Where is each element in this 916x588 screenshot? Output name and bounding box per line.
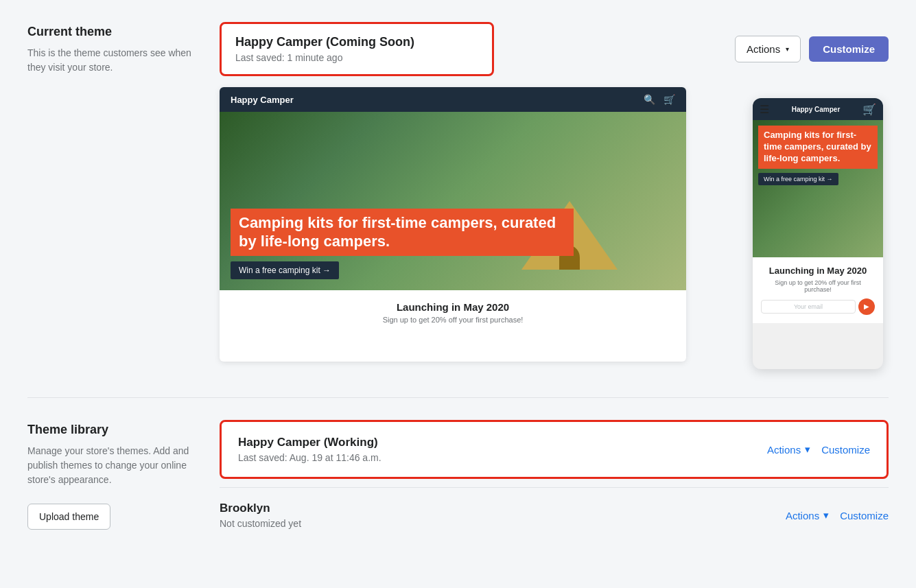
hero-text-badge: Camping kits for first-time campers, cur… xyxy=(231,209,574,256)
current-theme-info: Current theme This is the theme customer… xyxy=(27,22,220,375)
preview-nav-icons: 🔍 🛒 xyxy=(644,94,675,105)
theme-brooklyn-actions: Actions ▾ Customize xyxy=(786,509,889,521)
theme-library-title: Theme library xyxy=(27,423,198,437)
page-container: Current theme This is the theme customer… xyxy=(0,0,916,565)
preview-footer: Launching in May 2020 Sign up to get 20%… xyxy=(220,290,686,335)
upload-theme-button[interactable]: Upload theme xyxy=(27,504,110,530)
current-theme-content: Happy Camper (Coming Soon) Last saved: 1… xyxy=(220,22,889,375)
theme-library-description: Manage your store's themes. Add and publ… xyxy=(27,444,198,487)
theme-brooklyn-saved: Not customized yet xyxy=(220,518,301,529)
theme-library-item-brooklyn: Brooklyn Not customized yet Actions ▾ Cu… xyxy=(220,487,889,543)
actions-chevron-icon: ▾ xyxy=(786,45,789,53)
theme-brooklyn-name: Brooklyn xyxy=(220,502,301,515)
theme-brooklyn-actions-button[interactable]: Actions ▾ xyxy=(786,509,829,521)
theme-brooklyn-actions-label: Actions xyxy=(786,510,819,521)
preview-nav: Happy Camper 🔍 🛒 xyxy=(220,87,686,112)
theme-working-chevron-icon: ▾ xyxy=(805,443,810,456)
current-theme-actions-button[interactable]: Actions ▾ xyxy=(735,36,801,62)
mobile-email-input[interactable]: Your email xyxy=(761,300,856,314)
theme-brooklyn-customize-button[interactable]: Customize xyxy=(840,510,889,521)
theme-working-info: Happy Camper (Working) Last saved: Aug. … xyxy=(238,436,381,463)
mobile-preview: ☰ Happy Camper 🛒 Camping kits for first-… xyxy=(753,98,883,369)
theme-working-actions-button[interactable]: Actions ▾ xyxy=(767,443,810,456)
mobile-hero-overlay: Camping kits for first-time campers, cur… xyxy=(753,120,883,257)
preview-footer-title: Launching in May 2020 xyxy=(231,301,675,313)
library-themes-content: Happy Camper (Working) Last saved: Aug. … xyxy=(220,420,889,543)
mobile-hamburger-icon: ☰ xyxy=(760,103,769,116)
preview-nav-brand: Happy Camper xyxy=(231,95,294,105)
mobile-nav-brand: Happy Camper xyxy=(792,106,841,113)
theme-header-row: Happy Camper (Coming Soon) Last saved: 1… xyxy=(220,22,889,76)
mobile-footer-title: Launching in May 2020 xyxy=(761,266,875,277)
preview-hero-overlay: Camping kits for first-time campers, cur… xyxy=(220,198,686,290)
current-theme-section: Current theme This is the theme customer… xyxy=(0,0,916,397)
current-theme-card[interactable]: Happy Camper (Coming Soon) Last saved: 1… xyxy=(220,22,494,76)
actions-label: Actions xyxy=(747,43,780,55)
mobile-cta: Win a free camping kit → xyxy=(758,173,838,185)
current-theme-customize-button[interactable]: Customize xyxy=(809,36,889,62)
preview-hero: Camping kits for first-time campers, cur… xyxy=(220,112,686,290)
desktop-preview: Happy Camper 🔍 🛒 xyxy=(220,87,686,362)
mobile-email-submit-button[interactable]: ▶ xyxy=(858,298,875,315)
current-theme-actions-right: Actions ▾ Customize xyxy=(735,36,889,62)
mobile-preview-nav: ☰ Happy Camper 🛒 xyxy=(753,98,883,120)
mobile-email-row: Your email ▶ xyxy=(761,298,875,315)
theme-brooklyn-chevron-icon: ▾ xyxy=(823,509,829,521)
hero-cta: Win a free camping kit → xyxy=(231,261,339,279)
current-theme-title: Current theme xyxy=(27,25,198,39)
current-theme-saved: Last saved: 1 minute ago xyxy=(235,52,478,63)
theme-working-saved: Last saved: Aug. 19 at 11:46 a.m. xyxy=(238,452,381,463)
theme-working-name: Happy Camper (Working) xyxy=(238,436,381,449)
search-icon: 🔍 xyxy=(644,94,655,105)
upload-theme-label: Upload theme xyxy=(39,511,99,522)
theme-working-actions-label: Actions xyxy=(767,444,801,456)
theme-working-actions: Actions ▾ Customize xyxy=(767,443,870,456)
current-theme-description: This is the theme customers see when the… xyxy=(27,46,198,75)
theme-library-section: Theme library Manage your store's themes… xyxy=(0,398,916,565)
theme-library-item-working: Happy Camper (Working) Last saved: Aug. … xyxy=(220,420,889,479)
theme-working-customize-button[interactable]: Customize xyxy=(821,444,870,456)
mobile-footer-sub: Sign up to get 20% off your first purcha… xyxy=(761,279,875,293)
theme-preview-wrapper: Happy Camper 🔍 🛒 xyxy=(220,87,889,375)
mobile-hero: Camping kits for first-time campers, cur… xyxy=(753,120,883,257)
theme-brooklyn-info: Brooklyn Not customized yet xyxy=(220,502,301,529)
theme-library-info: Theme library Manage your store's themes… xyxy=(27,420,220,543)
mobile-footer: Launching in May 2020 Sign up to get 20%… xyxy=(753,257,883,323)
current-theme-name: Happy Camper (Coming Soon) xyxy=(235,35,478,49)
preview-footer-sub: Sign up to get 20% off your first purcha… xyxy=(231,316,675,324)
mobile-cart-icon: 🛒 xyxy=(862,103,876,116)
cart-icon: 🛒 xyxy=(663,94,675,105)
mobile-hero-text: Camping kits for first-time campers, cur… xyxy=(758,126,878,169)
